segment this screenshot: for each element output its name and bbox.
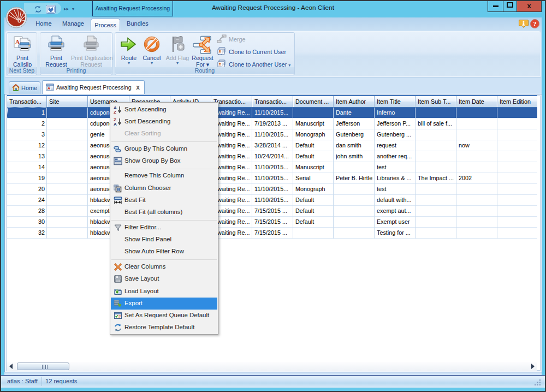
- svg-text:A: A: [114, 122, 117, 126]
- svg-text:x: x: [527, 2, 531, 9]
- svg-text:Z: Z: [114, 110, 116, 114]
- svg-text:?: ?: [533, 20, 537, 28]
- svg-text:A: A: [48, 86, 50, 90]
- svg-text:A: A: [15, 38, 20, 45]
